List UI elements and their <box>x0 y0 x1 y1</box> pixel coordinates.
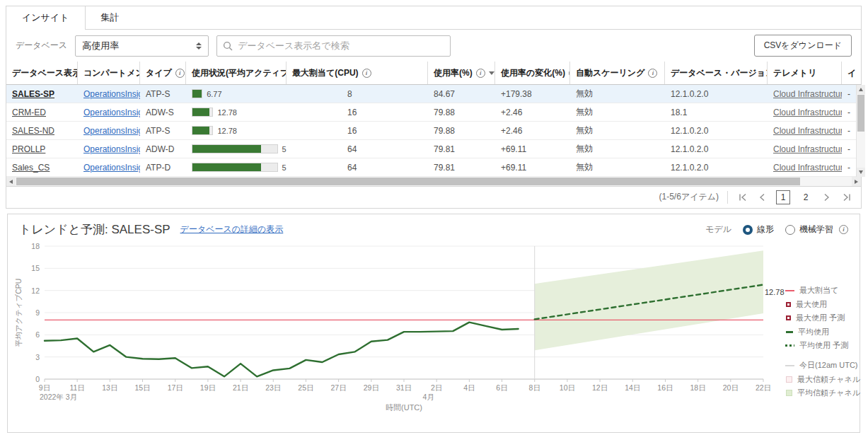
extra-value: - <box>847 144 850 154</box>
legend-swatch-icon <box>785 290 794 291</box>
extra-value: - <box>847 89 850 99</box>
column-header[interactable]: 自動スケーリング <box>570 62 665 84</box>
column-header[interactable]: 使用率の変化(%) <box>495 62 570 84</box>
legend-item: 平均使用 <box>785 327 859 337</box>
info-icon[interactable] <box>476 69 485 78</box>
telemetry-link[interactable]: Cloud Infrastructure <box>773 89 842 99</box>
database-version-value: 12.1.0.2.0 <box>671 89 708 99</box>
previous-page-button[interactable] <box>756 192 768 203</box>
chart-legend: 最大割当て最大使用最大使用 予測平均使用平均使用 予測今日(12am UTC)最… <box>785 285 859 402</box>
tab-insights[interactable]: インサイト <box>6 6 86 29</box>
compartment-link[interactable]: OperationsInsights <box>83 89 140 99</box>
column-header[interactable]: イ <box>842 62 861 84</box>
page-1-button[interactable]: 1 <box>776 190 790 204</box>
database-name-link[interactable]: CRM-ED <box>12 108 46 117</box>
chart-title: トレンドと予測: SALES-SP <box>19 221 170 238</box>
telemetry-link[interactable]: Cloud Infrastructure <box>773 126 842 136</box>
database-filter-select[interactable]: 高使用率 <box>75 35 209 57</box>
tab-aggregate[interactable]: 集計 <box>86 6 135 29</box>
trend-forecast-panel: トレンドと予測: SALES-SP データベースの詳細の表示 モデル 線形 機械… <box>7 214 860 433</box>
usage-bar-value: 12.78 <box>217 108 237 117</box>
info-icon[interactable] <box>362 69 371 78</box>
telemetry-link[interactable]: Cloud Infrastructure <box>773 163 842 173</box>
horizontal-scrollbar[interactable] <box>6 177 861 186</box>
database-name-link[interactable]: Sales_CS <box>12 163 50 173</box>
usage-percent-value: 79.88 <box>434 126 455 136</box>
x-tick-label: 14日 <box>625 383 640 392</box>
radio-machine-learning[interactable] <box>785 225 795 235</box>
legend-item: 最大信頼チャネル <box>785 374 859 385</box>
info-icon[interactable] <box>648 69 657 78</box>
column-header[interactable]: 使用状況(平均アクティブCPU) <box>186 62 287 84</box>
radio-linear-selected[interactable] <box>743 225 753 235</box>
legend-item: 最大割当て <box>785 285 859 296</box>
sort-descending-icon[interactable] <box>489 71 494 75</box>
y-tick-label: 12 <box>31 286 40 295</box>
table-row[interactable]: SALES-SPOperationsInsightsATP-S6.77884.6… <box>6 85 856 103</box>
compartment-link[interactable]: OperationsInsights <box>83 126 140 136</box>
legend-swatch-icon <box>786 376 792 383</box>
database-version-value: 12.1.0.2.0 <box>671 144 708 154</box>
horizontal-scroll-thumb[interactable] <box>16 178 800 185</box>
column-header[interactable]: 最大割当て(CPU) <box>287 62 428 84</box>
model-info-icon[interactable] <box>839 225 848 234</box>
database-type: ATP-S <box>146 126 170 136</box>
x-tick-label: 13日 <box>102 383 117 392</box>
telemetry-link[interactable]: Cloud Infrastructure <box>773 108 842 117</box>
table-row[interactable]: CRM-EDOperationsInsightsADW-S12.781679.8… <box>6 103 856 122</box>
legend-swatch-icon <box>785 365 794 366</box>
y-tick-label: 18 <box>31 242 40 250</box>
usage-bar-track <box>192 126 213 135</box>
column-header[interactable]: 使用率(%) <box>428 62 495 84</box>
table-row[interactable]: Sales_CSOperationsInsightsATP-D51.086479… <box>6 158 856 177</box>
x-tick-label: 20日 <box>723 383 739 392</box>
usage-change-value: +2.46 <box>501 126 522 136</box>
legend-swatch-icon <box>786 302 791 307</box>
month-label: 4月 <box>422 393 434 401</box>
column-header[interactable]: データベース表示名 <box>6 62 78 84</box>
scroll-left-button[interactable] <box>6 177 16 186</box>
search-box[interactable]: データベース表示名で検索 <box>216 35 451 57</box>
autoscaling-value: 無効 <box>576 88 593 98</box>
info-icon[interactable] <box>175 69 185 78</box>
column-header[interactable]: コンパートメント <box>78 62 140 84</box>
telemetry-link[interactable]: Cloud Infrastructure <box>773 144 842 154</box>
legend-item: 平均使用 予測 <box>785 340 859 351</box>
model-option-ml[interactable]: 機械学習 <box>785 224 833 236</box>
chart-header: トレンドと予測: SALES-SP データベースの詳細の表示 モデル 線形 機械… <box>8 214 860 238</box>
compartment-link[interactable]: OperationsInsights <box>83 163 140 173</box>
pagination-bar: (1-5/6アイテム) 1 2 <box>6 186 861 207</box>
table-row[interactable]: SALES-NDOperationsInsightsATP-S12.781679… <box>6 122 856 140</box>
search-placeholder: データベース表示名で検索 <box>238 40 349 52</box>
table-row[interactable]: PROLLPOperationsInsightsADW-D51.086479.8… <box>6 140 856 158</box>
compartment-link[interactable]: OperationsInsights <box>83 108 140 117</box>
last-page-button[interactable] <box>841 192 852 203</box>
x-tick-label: 27日 <box>331 383 347 392</box>
usage-bar-fill <box>192 108 209 116</box>
scroll-right-button[interactable] <box>852 177 861 186</box>
database-name-link[interactable]: SALES-ND <box>12 126 54 136</box>
x-axis-title: 時間(UTC) <box>386 403 422 412</box>
vertical-scroll-thumb[interactable] <box>857 95 864 132</box>
select-spinner-icon <box>196 42 202 50</box>
model-label: モデル <box>705 224 731 236</box>
x-tick-label: 8日 <box>529 383 540 392</box>
column-header[interactable]: タイプ <box>140 62 186 84</box>
x-tick-label: 4日 <box>463 383 475 392</box>
legend-item: 最大使用 <box>785 299 859 310</box>
page-2-button[interactable]: 2 <box>799 190 813 204</box>
database-details-link[interactable]: データベースの詳細の表示 <box>180 224 284 236</box>
first-page-button[interactable] <box>736 192 748 203</box>
column-header[interactable]: テレメトリ <box>768 62 842 84</box>
next-page-button[interactable] <box>821 192 833 203</box>
legend-item: 今日(12am UTC) <box>785 360 859 371</box>
vertical-scrollbar[interactable] <box>856 85 865 177</box>
database-name-link[interactable]: PROLLP <box>12 144 45 154</box>
column-header[interactable]: データベース・バージョン <box>665 62 768 84</box>
compartment-link[interactable]: OperationsInsights <box>83 144 140 154</box>
csv-download-button[interactable]: CSVをダウンロード <box>754 35 852 57</box>
database-name-link[interactable]: SALES-SP <box>12 89 54 99</box>
scroll-up-button[interactable] <box>857 85 865 94</box>
model-option-linear[interactable]: 線形 <box>743 224 774 236</box>
scroll-down-button[interactable] <box>857 168 865 177</box>
